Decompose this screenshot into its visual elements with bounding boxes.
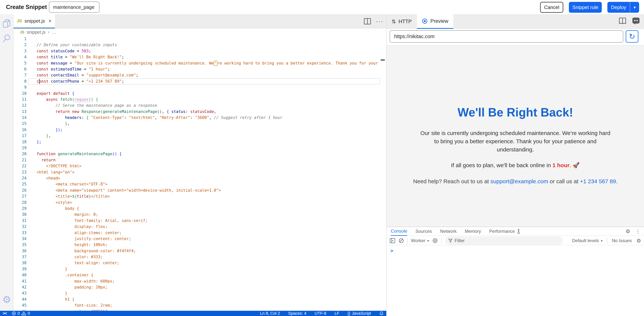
line-number[interactable]: 32	[14, 224, 26, 230]
cancel-button[interactable]: Cancel	[540, 2, 563, 13]
line-number[interactable]: 41	[14, 278, 26, 284]
line-number[interactable]: 9	[14, 84, 26, 90]
line-number[interactable]: 40	[14, 272, 26, 278]
kebab-menu-icon[interactable]: ⋮	[636, 228, 641, 234]
console-prompt[interactable]: >	[390, 248, 394, 253]
code-line[interactable]: };	[37, 139, 379, 145]
issues-counter[interactable]: No Issues	[612, 238, 632, 243]
code-lines[interactable]: // Define your customizable inputsconst …	[37, 36, 379, 311]
code-line[interactable]: text-align: center;	[37, 260, 379, 266]
line-number[interactable]: 26	[14, 187, 26, 193]
clear-console-icon[interactable]	[398, 238, 404, 243]
console-settings-gear-icon[interactable]: ⚙	[636, 238, 641, 244]
line-number[interactable]: 36	[14, 248, 26, 254]
snippet-name-input[interactable]	[49, 2, 100, 13]
split-editor-icon[interactable]	[364, 18, 371, 25]
code-line[interactable]: display: flex;	[37, 224, 379, 230]
code-line[interactable]: justify-content: center;	[37, 236, 379, 242]
code-line[interactable]: body {	[37, 205, 379, 211]
support-email-link[interactable]: support@example.com	[490, 178, 548, 184]
preview-url-input[interactable]	[390, 30, 623, 43]
problems-indicator[interactable]: 0 0	[12, 311, 30, 316]
code-line[interactable]: // Serve the maintenance page as a respo…	[37, 103, 379, 108]
code-line[interactable]: align-items: center;	[37, 230, 379, 236]
line-number[interactable]: 10	[14, 91, 26, 97]
line-number[interactable]: 14	[14, 115, 26, 121]
code-line[interactable]: const message = "Our site is currently u…	[37, 60, 379, 66]
line-number[interactable]: 35	[14, 242, 26, 248]
code-line[interactable]: height: 100vh;	[37, 242, 379, 248]
eol-setting[interactable]: LF	[334, 311, 340, 316]
refresh-button[interactable]: ↻	[626, 30, 638, 43]
code-line[interactable]: <style>	[37, 199, 379, 205]
console-context-select[interactable]: Worker ▾	[411, 238, 429, 243]
code-line[interactable]: const contactEmail = "support@example.co…	[37, 72, 379, 78]
line-number[interactable]: 23	[14, 169, 26, 175]
tab-http[interactable]: ⇅ HTTP	[387, 14, 416, 29]
line-number[interactable]: 28	[14, 199, 26, 205]
line-number[interactable]: 3	[14, 48, 26, 54]
code-line[interactable]: margin: 0;	[37, 211, 379, 217]
line-number[interactable]: 29	[14, 205, 26, 211]
code-line[interactable]: });	[37, 127, 379, 133]
console-sidebar-toggle-icon[interactable]	[390, 238, 395, 243]
line-number[interactable]: 43	[14, 290, 26, 296]
line-number[interactable]: 38	[14, 260, 26, 266]
code-line[interactable]: const title = "We'll Be Right Back!";	[37, 54, 379, 60]
line-number[interactable]: 37	[14, 254, 26, 260]
docs-book-icon[interactable]	[618, 17, 626, 25]
line-number[interactable]: 6	[14, 66, 26, 72]
log-levels-select[interactable]: Default levels ▾	[572, 238, 602, 243]
code-line[interactable]: },	[37, 133, 379, 139]
code-line[interactable]: return `	[37, 157, 379, 163]
code-line[interactable]: color: #333;	[37, 254, 379, 260]
code-line[interactable]	[37, 84, 379, 90]
code-line[interactable]: <title>${title}</title>	[37, 193, 379, 199]
notifications-bell-icon[interactable]	[379, 311, 384, 316]
line-number[interactable]: 39	[14, 266, 26, 272]
discord-icon[interactable]	[632, 17, 640, 25]
line-number[interactable]: 8	[14, 78, 26, 84]
line-number[interactable]: 31	[14, 218, 26, 224]
code-line[interactable]: <meta charset="UTF-8">	[37, 181, 379, 187]
code-line[interactable]: padding: 20px;	[37, 284, 379, 290]
code-line[interactable]: // Define your customizable inputs	[37, 42, 379, 48]
code-line[interactable]: font-family: Arial, sans-serif;	[37, 218, 379, 224]
code-line[interactable]: headers: { "Content-Type": "text/html", …	[37, 115, 379, 121]
line-number[interactable]: 33	[14, 230, 26, 236]
gear-icon[interactable]: ⚙	[0, 294, 14, 305]
code-line[interactable]: function generateMaintenancePage() {	[37, 151, 379, 157]
line-number[interactable]: 4	[14, 54, 26, 60]
line-number[interactable]: 16	[14, 127, 26, 133]
files-icon[interactable]	[0, 19, 14, 29]
code-line[interactable]: color: #0056b3;	[37, 308, 379, 311]
phone-link[interactable]: +1 234 567 89	[580, 178, 616, 184]
line-number[interactable]: 12	[14, 103, 26, 108]
devtools-tab-sources[interactable]: Sources	[416, 227, 432, 236]
code-line[interactable]: export default {	[37, 91, 379, 97]
line-number[interactable]: 22	[14, 163, 26, 169]
line-number[interactable]: 27	[14, 193, 26, 199]
line-number[interactable]: 34	[14, 236, 26, 242]
code-line[interactable]: }	[37, 266, 379, 272]
chevron-down-icon[interactable]: ▾	[630, 5, 639, 10]
code-line[interactable]: max-width: 600px;	[37, 278, 379, 284]
breadcrumb-file[interactable]: snippet.js	[26, 30, 46, 35]
breadcrumb[interactable]: JS snippet.js › …	[14, 29, 386, 36]
search-icon[interactable]	[0, 34, 14, 43]
code-line[interactable]: const estimatedTime = "1 hour";	[37, 66, 379, 72]
breadcrumb-more[interactable]: …	[52, 30, 56, 35]
close-icon[interactable]: ×	[48, 18, 52, 24]
devtools-tab-performance[interactable]: Performance	[489, 227, 521, 236]
line-number[interactable]: 18	[14, 139, 26, 145]
snippet-rule-button[interactable]: Snippet rule	[569, 2, 602, 13]
console-filter-input[interactable]: Filter	[445, 236, 563, 245]
line-number[interactable]: 13	[14, 109, 26, 115]
devtools-tab-console[interactable]: Console	[391, 227, 407, 236]
code-line[interactable]: async fetch(request) {	[37, 97, 379, 103]
line-number[interactable]: 24	[14, 175, 26, 181]
cursor-position[interactable]: Ln 8, Col 2	[260, 311, 280, 316]
line-number[interactable]: 30	[14, 211, 26, 217]
devtools-tab-memory[interactable]: Memory	[465, 227, 481, 236]
code-line[interactable]: const statusCode = 503;	[37, 48, 379, 54]
